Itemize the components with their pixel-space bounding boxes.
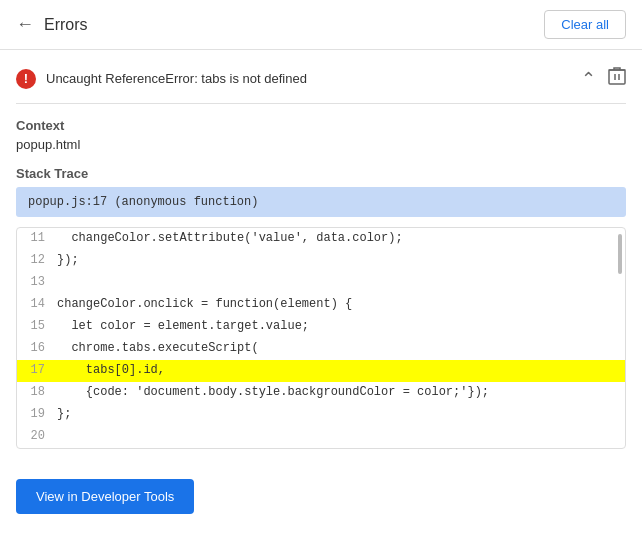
line-code: changeColor.onclick = function(element) … — [53, 296, 625, 311]
bottom-bar: View in Developer Tools — [0, 465, 642, 528]
view-devtools-button[interactable]: View in Developer Tools — [16, 479, 194, 514]
page-title: Errors — [44, 16, 88, 34]
line-number: 11 — [17, 230, 53, 245]
line-number: 15 — [17, 318, 53, 333]
line-code: }; — [53, 406, 625, 421]
stack-trace-value: popup.js:17 (anonymous function) — [16, 187, 626, 217]
clear-all-button[interactable]: Clear all — [544, 10, 626, 39]
error-icon: ! — [16, 69, 36, 89]
code-line: 11 changeColor.setAttribute('value', dat… — [17, 228, 625, 250]
error-actions: ⌃ — [581, 66, 626, 91]
line-code: tabs[0].id, — [53, 362, 625, 377]
line-code — [53, 274, 625, 275]
line-number: 18 — [17, 384, 53, 399]
line-code: {code: 'document.body.style.backgroundCo… — [53, 384, 625, 399]
code-line: 19}; — [17, 404, 625, 426]
line-number: 12 — [17, 252, 53, 267]
line-number: 13 — [17, 274, 53, 289]
header-left: ← Errors — [16, 14, 88, 35]
back-button[interactable]: ← — [16, 14, 34, 35]
line-number: 16 — [17, 340, 53, 355]
main-content: ! Uncaught ReferenceError: tabs is not d… — [0, 50, 642, 465]
code-line: 20 — [17, 426, 625, 448]
line-code — [53, 428, 625, 429]
line-code: chrome.tabs.executeScript( — [53, 340, 625, 355]
header: ← Errors Clear all — [0, 0, 642, 50]
code-line: 12}); — [17, 250, 625, 272]
code-line: 16 chrome.tabs.executeScript( — [17, 338, 625, 360]
code-line: 17 tabs[0].id, — [17, 360, 625, 382]
line-code: let color = element.target.value; — [53, 318, 625, 333]
context-value: popup.html — [16, 137, 626, 152]
error-message: Uncaught ReferenceError: tabs is not def… — [46, 71, 307, 86]
scrollbar-thumb — [618, 234, 622, 274]
line-number: 20 — [17, 428, 53, 443]
line-number: 14 — [17, 296, 53, 311]
line-code: }); — [53, 252, 625, 267]
code-line: 18 {code: 'document.body.style.backgroun… — [17, 382, 625, 404]
delete-icon[interactable] — [608, 66, 626, 91]
error-left: ! Uncaught ReferenceError: tabs is not d… — [16, 69, 581, 89]
error-item: ! Uncaught ReferenceError: tabs is not d… — [16, 50, 626, 104]
code-line: 14changeColor.onclick = function(element… — [17, 294, 625, 316]
stack-trace-label: Stack Trace — [16, 166, 626, 181]
context-label: Context — [16, 118, 626, 133]
line-code: changeColor.setAttribute('value', data.c… — [53, 230, 625, 245]
code-scrollbar[interactable] — [617, 228, 623, 448]
line-number: 17 — [17, 362, 53, 377]
collapse-icon[interactable]: ⌃ — [581, 68, 596, 90]
code-line: 15 let color = element.target.value; — [17, 316, 625, 338]
svg-rect-0 — [609, 70, 625, 84]
code-line: 13 — [17, 272, 625, 294]
code-block: 11 changeColor.setAttribute('value', dat… — [16, 227, 626, 449]
line-number: 19 — [17, 406, 53, 421]
